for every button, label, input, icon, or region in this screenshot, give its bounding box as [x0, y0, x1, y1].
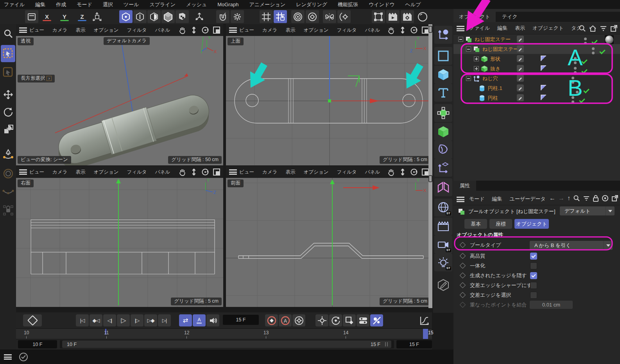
- expand-icon[interactable]: [474, 56, 479, 61]
- tree-row-cutout[interactable]: 抜き: [453, 64, 620, 74]
- instance-button[interactable]: [434, 159, 452, 177]
- status-menu-icon[interactable]: [4, 354, 12, 360]
- vp-menu-display[interactable]: 表示: [75, 169, 85, 176]
- search-icon[interactable]: [573, 195, 580, 202]
- boole-type-dropdown[interactable]: A から B を引く: [530, 241, 613, 250]
- viewport-right[interactable]: ビュー カメラ 表示 オプション フィルタ パネル: [16, 178, 223, 307]
- tab-basic[interactable]: 基本: [464, 219, 487, 229]
- menu-help[interactable]: ヘルプ: [405, 1, 421, 8]
- playhead[interactable]: [423, 329, 428, 339]
- single-object-checkbox[interactable]: [530, 262, 537, 269]
- subdivision-surface-button[interactable]: [434, 104, 452, 122]
- next-key-button[interactable]: ▷◆: [144, 314, 157, 326]
- viewport-perspective[interactable]: ビュー カメラ 表示 オプション フィルタ パネル: [16, 36, 223, 165]
- key-diamond-icon[interactable]: [460, 292, 466, 298]
- points-mode-button[interactable]: [119, 10, 133, 23]
- light-object-button[interactable]: ST: [434, 253, 452, 271]
- menu-spline[interactable]: スプライン: [149, 1, 176, 8]
- toggle-view-icon[interactable]: [212, 168, 221, 176]
- edit-toggle[interactable]: [517, 36, 524, 43]
- dolly-icon[interactable]: [190, 168, 198, 176]
- modeling-settings-button[interactable]: [337, 10, 351, 23]
- collapse-icon[interactable]: [466, 76, 471, 81]
- vp-menu-options[interactable]: オプション: [93, 169, 118, 176]
- key-position-button[interactable]: [315, 314, 328, 326]
- tree-row-cylinder[interactable]: 円柱: [453, 93, 620, 103]
- loop-mode-button[interactable]: ⇄: [179, 314, 192, 326]
- tab-coordinates[interactable]: 座標: [489, 219, 512, 229]
- attr-menu-userdata[interactable]: ユーザーデータ: [510, 195, 546, 203]
- range-end-field[interactable]: 15 F: [396, 340, 432, 348]
- vp-menu-camera[interactable]: カメラ: [262, 27, 277, 34]
- object-name[interactable]: 抜き: [490, 65, 500, 72]
- right-canvas[interactable]: Y Z: [16, 178, 223, 307]
- lock-icon[interactable]: [593, 195, 599, 202]
- visibility-dots[interactable]: [584, 38, 587, 45]
- perspective-canvas[interactable]: Y X: [16, 36, 223, 165]
- camera-label[interactable]: デフォルトカメラ: [104, 37, 150, 45]
- key-rotation-button[interactable]: [329, 314, 342, 326]
- autokey-button[interactable]: A: [279, 314, 292, 326]
- mirror-button[interactable]: [323, 10, 336, 23]
- key-diamond-icon[interactable]: [460, 273, 466, 279]
- menu-mograph[interactable]: MoGraph: [217, 2, 238, 7]
- orbit-icon[interactable]: [410, 168, 418, 176]
- key-parameter-button[interactable]: [357, 314, 369, 326]
- vp-menu-panel[interactable]: パネル: [155, 27, 170, 34]
- orbit-icon[interactable]: [410, 26, 418, 34]
- tree-row-shape[interactable]: 形状: [453, 54, 620, 64]
- enabled-check-icon[interactable]: [599, 49, 605, 54]
- axis-y-lock-button[interactable]: Y: [58, 10, 71, 23]
- live-select-tool[interactable]: [1, 64, 15, 81]
- phong-tag-icon[interactable]: [540, 84, 547, 91]
- object-name[interactable]: 円柱.1: [488, 85, 502, 92]
- range-track[interactable]: 10 F 15 F: [60, 340, 394, 348]
- back-icon[interactable]: ←: [549, 195, 555, 202]
- pan-hand-icon[interactable]: [178, 26, 187, 34]
- tab-attributes[interactable]: 属性: [453, 181, 476, 191]
- object-name[interactable]: 円柱: [488, 95, 498, 102]
- edit-toggle[interactable]: [517, 84, 524, 91]
- orbit-icon[interactable]: [201, 168, 210, 176]
- viewport-corner-button[interactable]: [428, 26, 432, 33]
- workplane-button[interactable]: [291, 10, 305, 23]
- next-frame-button[interactable]: |▷: [131, 314, 143, 326]
- vp-menu-panel[interactable]: パネル: [365, 169, 380, 176]
- front-canvas[interactable]: Y X: [226, 178, 432, 307]
- menu-render[interactable]: レンダリング: [296, 1, 327, 8]
- texture-mode-button[interactable]: [176, 10, 189, 23]
- tab-takes[interactable]: テイク: [496, 12, 523, 22]
- key-diamond-icon[interactable]: [460, 242, 466, 248]
- tab-object[interactable]: オブジェクト: [514, 219, 549, 229]
- snap-button[interactable]: [216, 10, 229, 23]
- vp-menu-display[interactable]: 表示: [75, 27, 85, 34]
- phong-tag-icon[interactable]: [540, 65, 547, 72]
- vp-menu-panel[interactable]: パネル: [155, 169, 170, 176]
- key-diamond-icon[interactable]: [460, 282, 466, 289]
- forward-icon[interactable]: →: [558, 195, 564, 202]
- om-menu-file[interactable]: ファイル: [469, 25, 490, 32]
- rectangle-select-tool[interactable]: [1, 45, 15, 62]
- coordinate-system-icon[interactable]: [90, 10, 104, 23]
- viewport-top[interactable]: ビュー カメラ 表示 オプション フィルタ パネル: [226, 36, 432, 165]
- keyframe-settings-button[interactable]: [292, 314, 305, 326]
- filter-icon[interactable]: [600, 25, 607, 32]
- render-settings-button[interactable]: [401, 10, 414, 23]
- enable-axis-button[interactable]: [193, 10, 206, 23]
- om-menu-object[interactable]: オブジェクト: [532, 25, 564, 32]
- deformer-button[interactable]: [434, 141, 452, 159]
- attr-menu-mode[interactable]: モード: [469, 195, 485, 203]
- viewport-menu-icon[interactable]: [19, 27, 27, 33]
- vp-menu-view[interactable]: ビュー: [29, 169, 44, 176]
- generator-cube-button[interactable]: [434, 123, 452, 141]
- range-slider[interactable]: 10 F 15 F: [62, 341, 391, 348]
- edit-toggle[interactable]: [517, 65, 524, 72]
- orbit-icon[interactable]: [201, 26, 210, 34]
- enabled-check-icon[interactable]: [583, 88, 589, 93]
- menu-window[interactable]: ウインドウ: [369, 1, 395, 8]
- phong-tag-icon[interactable]: [540, 55, 547, 62]
- search-icon[interactable]: [579, 25, 586, 32]
- material-tag[interactable]: [605, 35, 614, 44]
- viewport-menu-icon[interactable]: [19, 169, 27, 175]
- marker-track-button[interactable]: A: [193, 314, 206, 326]
